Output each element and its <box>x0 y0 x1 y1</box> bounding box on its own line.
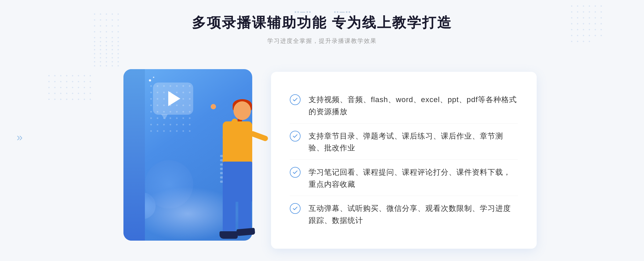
illustration-container: document.currentScript.previousElementSi… <box>107 61 279 249</box>
feature-item-1: 支持视频、音频、flash、word、excel、ppt、pdf等各种格式的资源… <box>290 88 518 124</box>
person-body <box>223 121 252 164</box>
feature-text-4: 互动弹幕、试听购买、微信分享、观看次数限制、学习进度跟踪、数据统计 <box>309 203 518 227</box>
person-leg-right <box>238 198 251 230</box>
dark-blue-bar <box>123 69 145 241</box>
content-area: document.currentScript.previousElementSi… <box>107 61 537 249</box>
person-figure <box>196 93 266 249</box>
person-pants <box>223 162 252 202</box>
feature-item-3: 学习笔记回看、课程提问、课程评论打分、课件资料下载，重点内容收藏 <box>290 161 518 196</box>
play-bubble <box>153 83 193 115</box>
check-icon-3 <box>290 167 301 178</box>
feature-item-2: 支持章节目录、弹题考试、课后练习、课后作业、章节测验、批改作业 <box>290 125 518 160</box>
sub-title: 学习进度全掌握，提升录播课教学效果 <box>192 37 452 45</box>
main-title: 多项录播课辅助功能 专为线上教学打造 <box>192 13 452 32</box>
header-deco-left <box>295 11 311 13</box>
dot-pattern-right <box>571 5 604 42</box>
features-panel: 支持视频、音频、flash、word、excel、ppt、pdf等各种格式的资源… <box>271 72 537 249</box>
feature-item-4: 互动弹幕、试听购买、微信分享、观看次数限制、学习进度跟踪、数据统计 <box>290 197 518 232</box>
check-icon-4 <box>290 203 301 214</box>
header-section: 多项录播课辅助功能 专为线上教学打造 学习进度全掌握，提升录播课教学效果 <box>192 13 452 45</box>
dot-pattern-left <box>48 75 93 120</box>
person-leg-left <box>223 198 236 233</box>
sparkle-1 <box>149 79 151 81</box>
feature-text-2: 支持章节目录、弹题考试、课后练习、课后作业、章节测验、批改作业 <box>309 130 518 154</box>
feature-text-3: 学习笔记回看、课程提问、课程评论打分、课件资料下载，重点内容收藏 <box>309 166 518 191</box>
sparkle-2 <box>153 77 154 78</box>
play-icon <box>168 91 180 106</box>
check-icon-2 <box>290 131 301 141</box>
page-wrapper: (function(){ var container = document.qu… <box>0 0 644 261</box>
person-shoe-right <box>236 228 255 236</box>
dot-pattern-top-left: (function(){ var container = document.qu… <box>94 13 121 66</box>
check-icon-1 <box>290 94 301 105</box>
person-head <box>233 101 251 120</box>
chevron-left-decoration: » <box>17 131 23 143</box>
feature-text-1: 支持视频、音频、flash、word、excel、ppt、pdf等各种格式的资源… <box>309 94 518 118</box>
person-hand <box>211 104 216 109</box>
header-deco-right <box>334 11 350 13</box>
person-shoe-left <box>219 231 238 239</box>
